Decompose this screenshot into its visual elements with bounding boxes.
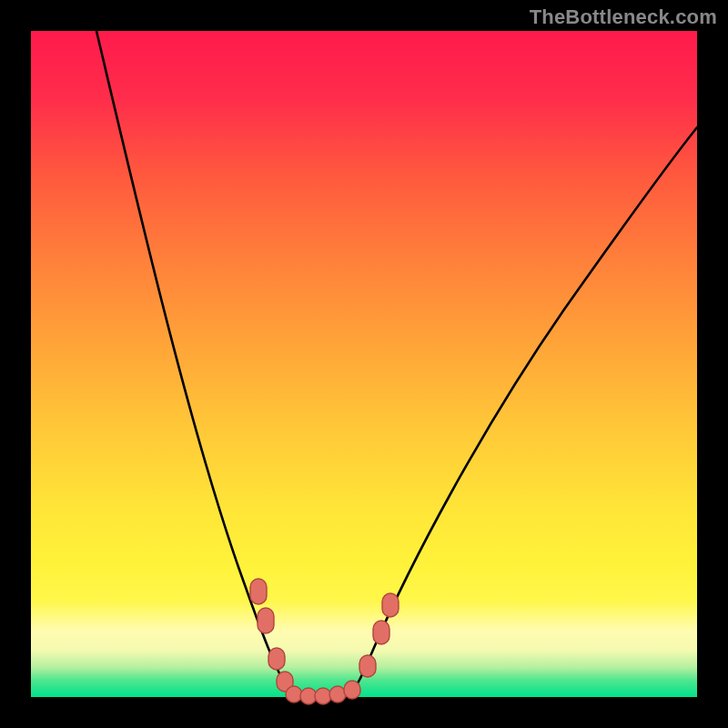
marker-dot xyxy=(258,608,274,633)
marker-dot xyxy=(359,655,376,677)
marker-dot xyxy=(250,579,267,604)
marker-dot xyxy=(268,648,285,670)
marker-dot xyxy=(382,593,399,617)
chart-stage: TheBottleneck.com xyxy=(0,0,728,728)
marker-dot xyxy=(373,621,389,644)
marker-dot xyxy=(286,686,302,703)
marker-dot xyxy=(329,686,346,703)
marker-dot xyxy=(315,688,331,704)
marker-dot xyxy=(344,681,360,699)
watermark-text: TheBottleneck.com xyxy=(530,5,717,29)
chart-svg xyxy=(0,0,728,728)
gradient-panel xyxy=(31,31,697,697)
